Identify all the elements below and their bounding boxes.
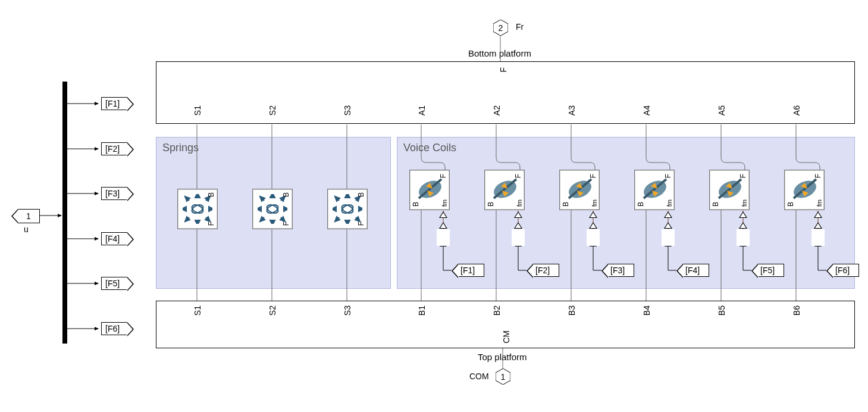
top-platform-title: Top platform <box>478 352 527 362</box>
inport-u[interactable]: 1 <box>18 209 40 223</box>
svg-marker-34 <box>258 207 261 211</box>
voice-coil-block-6[interactable]: B F fm <box>784 170 825 210</box>
top-platform-port-cm: CM <box>502 330 511 345</box>
spring3-port-b: B <box>357 192 365 197</box>
spring-block-3[interactable]: B F <box>327 189 368 229</box>
spring2-port-b: B <box>282 192 290 197</box>
goto-f6[interactable]: [F6] <box>101 322 127 335</box>
goto-f2-label: [F2] <box>105 144 120 154</box>
spring3-port-f: F <box>357 221 365 226</box>
demux[interactable] <box>62 82 67 344</box>
voice-coil-block-3[interactable]: B F fm <box>559 170 600 210</box>
from-f3[interactable]: [F3] <box>608 264 634 277</box>
voice-coil-block-5[interactable]: B F fm <box>709 170 750 210</box>
bottom-platform-a6: A6 <box>792 105 801 117</box>
bottom-platform-a2: A2 <box>492 105 502 117</box>
inport-u-num: 1 <box>26 211 31 221</box>
voice-coils-title: Voice Coils <box>403 142 456 154</box>
outport-fr[interactable]: 2 <box>493 20 508 36</box>
sl-converter-1 <box>437 229 450 246</box>
top-platform-b4: B4 <box>642 305 651 317</box>
open-arrow-icon <box>814 211 822 218</box>
vc3-port-f: F <box>589 174 597 178</box>
vc5-port-b: B <box>712 202 720 207</box>
goto-f3-label: [F3] <box>105 189 120 198</box>
open-arrow-icon <box>589 222 597 229</box>
svg-marker-50 <box>345 220 350 224</box>
vc2-port-f: F <box>514 174 522 178</box>
svg-marker-54 <box>359 207 362 211</box>
svg-marker-36 <box>284 207 287 211</box>
svg-marker-16 <box>183 207 186 211</box>
from-f4-label: [F4] <box>685 266 700 275</box>
from-f1[interactable]: [F1] <box>458 264 484 277</box>
voice-coil-block-4[interactable]: B F fm <box>634 170 675 210</box>
voice-coil-block-2[interactable]: B F fm <box>484 170 525 210</box>
vc1-port-f: F <box>439 174 447 178</box>
svg-marker-30 <box>270 194 275 198</box>
top-platform-s2: S2 <box>268 305 277 317</box>
goto-f4-label: [F4] <box>105 234 120 244</box>
bottom-platform-a1: A1 <box>417 105 427 117</box>
from-f2[interactable]: [F2] <box>533 264 559 277</box>
outport-com-label: COM <box>469 372 489 381</box>
top-platform-s3: S3 <box>343 305 352 317</box>
sl-converter-2 <box>512 229 525 246</box>
open-arrow-icon <box>814 222 822 229</box>
spring1-port-f: F <box>207 221 215 226</box>
vc1-port-fm: fm <box>441 199 448 207</box>
spring-block-2[interactable]: B F <box>252 189 293 229</box>
vc5-port-fm: fm <box>741 199 748 207</box>
bottom-platform-port-f: F <box>499 65 508 74</box>
from-f5[interactable]: [F5] <box>758 264 784 277</box>
sl-converter-6 <box>811 229 825 246</box>
open-arrow-icon <box>664 222 672 229</box>
bottom-platform-s3: S3 <box>343 105 352 117</box>
goto-f4[interactable]: [F4] <box>101 232 127 245</box>
open-arrow-icon <box>514 222 522 229</box>
from-f2-label: [F2] <box>535 266 550 275</box>
svg-marker-32 <box>270 220 275 224</box>
bottom-platform-s2: S2 <box>268 105 277 117</box>
from-f4[interactable]: [F4] <box>683 264 709 277</box>
sl-converter-4 <box>662 229 675 246</box>
bottom-platform-a3: A3 <box>567 105 576 117</box>
open-arrow-icon <box>739 222 747 229</box>
from-f3-label: [F3] <box>610 266 625 275</box>
goto-f5[interactable]: [F5] <box>101 277 127 290</box>
goto-f1-label: [F1] <box>105 99 120 108</box>
vc3-port-b: B <box>562 202 570 207</box>
open-arrow-icon <box>664 211 672 218</box>
vc4-port-b: B <box>637 202 645 207</box>
open-arrow-icon <box>439 211 447 218</box>
spring-block-1[interactable]: B F <box>177 189 218 229</box>
vc5-port-f: F <box>739 174 747 178</box>
svg-marker-12 <box>195 194 200 198</box>
top-platform-s1: S1 <box>193 305 202 317</box>
vc2-port-fm: fm <box>516 199 523 207</box>
outport-com[interactable]: 1 <box>496 369 510 385</box>
bottom-platform-a4: A4 <box>642 105 651 117</box>
vc2-port-b: B <box>487 202 495 207</box>
vc4-port-f: F <box>664 174 672 178</box>
vc6-port-f: F <box>814 174 822 178</box>
goto-f1[interactable]: [F1] <box>101 97 127 110</box>
from-f6[interactable]: [F6] <box>833 264 859 277</box>
top-platform-b6: B6 <box>792 305 801 317</box>
open-arrow-icon <box>739 211 747 218</box>
vc6-port-fm: fm <box>816 199 823 207</box>
goto-f2[interactable]: [F2] <box>101 142 127 155</box>
voice-coil-block-1[interactable]: B F fm <box>409 170 450 210</box>
top-platform-b5: B5 <box>717 305 726 317</box>
goto-f3[interactable]: [F3] <box>101 187 127 200</box>
open-arrow-icon <box>589 211 597 218</box>
goto-f6-label: [F6] <box>105 324 120 333</box>
vc3-port-fm: fm <box>591 199 598 207</box>
diagram-canvas: 1 u [F1] [F2] [F3] [F4] [F5] [F6] 2 Fr B… <box>9 9 860 402</box>
top-platform-b3: B3 <box>567 305 576 317</box>
bottom-platform-s1: S1 <box>193 105 202 117</box>
from-f6-label: [F6] <box>835 266 850 275</box>
spring1-port-b: B <box>207 192 215 197</box>
outport-fr-num: 2 <box>499 23 503 33</box>
open-arrow-icon <box>514 211 522 218</box>
